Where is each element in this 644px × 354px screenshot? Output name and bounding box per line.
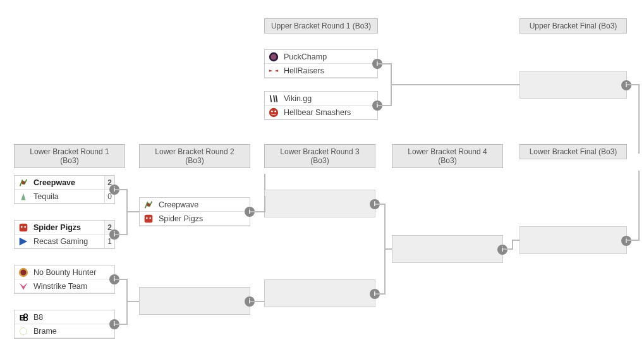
lb-r2-m1[interactable]: Creepwave Spider Pigzs i	[139, 197, 250, 226]
team-name: Creepwave	[32, 178, 104, 187]
connector	[264, 196, 265, 212]
connector	[126, 211, 139, 212]
team-name: PuckChamp	[283, 52, 377, 61]
ub-match-2[interactable]: Vikin.gg Hellbear Smashers i	[264, 91, 378, 120]
team-name: HellRaisers	[283, 66, 377, 75]
lb-r4-m1[interactable]: i	[392, 235, 503, 263]
connector	[250, 211, 264, 212]
team-row[interactable]: B B8	[15, 310, 114, 324]
header-lb2: Lower Bracket Round 2 (Bo3)	[139, 144, 250, 168]
connector	[384, 248, 392, 250]
svg-point-7	[21, 226, 23, 228]
team-name: Creepwave	[157, 200, 250, 209]
svg-rect-6	[20, 223, 28, 231]
b8-icon: B	[17, 311, 30, 324]
team-row[interactable]: Spider Pigzs	[140, 212, 250, 226]
team-name: Tequila	[32, 192, 104, 201]
svg-rect-16	[145, 214, 153, 223]
team-name: Winstrike Team	[32, 282, 114, 291]
svg-point-17	[146, 217, 148, 219]
connector	[115, 234, 126, 235]
team-row[interactable]: Tequila 0	[15, 190, 114, 204]
connector	[250, 301, 264, 302]
nobounty-icon	[17, 266, 30, 279]
lb-r1-m4[interactable]: B B8 Brame i	[14, 310, 115, 339]
team-row[interactable]: Spider Pigzs 2	[15, 221, 114, 235]
info-icon[interactable]: i	[621, 80, 631, 90]
team-name: Spider Pigzs	[157, 214, 250, 223]
lb-r3-m2[interactable]: i	[264, 279, 375, 307]
svg-point-18	[149, 217, 151, 219]
team-name: Vikin.gg	[283, 94, 377, 103]
header-ubf: Upper Bracket Final (Bo3)	[519, 18, 627, 34]
team-row[interactable]: Vikin.gg	[265, 92, 377, 106]
connector	[512, 240, 519, 241]
team-name: B8	[32, 313, 114, 322]
team-row[interactable]: Recast Gaming 1	[15, 235, 114, 248]
header-lbf: Lower Bracket Final (Bo3)	[519, 144, 627, 159]
header-ub1: Upper Bracket Round 1 (Bo3)	[264, 18, 378, 34]
lb-final[interactable]: i	[519, 226, 627, 254]
team-name: Brame	[32, 327, 114, 336]
connector	[627, 240, 638, 241]
team-row[interactable]: Winstrike Team	[15, 279, 114, 293]
lb-r1-m2[interactable]: Spider Pigzs 2 Recast Gaming 1 i	[14, 220, 115, 249]
svg-point-10	[21, 269, 27, 275]
connector	[115, 324, 126, 325]
team-row[interactable]: HellRaisers	[265, 64, 377, 78]
creepwave-icon	[142, 198, 155, 211]
connector	[115, 279, 126, 280]
team-name: Spider Pigzs	[32, 223, 104, 232]
header-lb1: Lower Bracket Round 1 (Bo3)	[14, 144, 125, 168]
info-icon[interactable]: i	[621, 236, 631, 246]
team-row[interactable]: No Bounty Hunter	[15, 266, 114, 279]
connector	[375, 204, 384, 205]
brame-icon	[17, 325, 30, 338]
team-row[interactable]: PuckChamp	[265, 50, 377, 64]
tequila-icon	[17, 190, 30, 203]
team-name: Recast Gaming	[32, 237, 104, 246]
connector	[126, 301, 139, 302]
connector	[512, 240, 513, 250]
header-lb4: Lower Bracket Round 4 (Bo3)	[392, 144, 503, 168]
connector	[264, 174, 265, 190]
connector	[627, 84, 640, 85]
puckchamp-icon	[267, 51, 280, 63]
lb-r2-m2[interactable]: i	[139, 287, 250, 315]
team-row[interactable]: Hellbear Smashers	[265, 106, 377, 119]
info-icon[interactable]: i	[497, 245, 507, 255]
ub-match-1[interactable]: PuckChamp HellRaisers i	[264, 49, 378, 78]
team-row[interactable]: Creepwave 2	[15, 176, 114, 190]
lb-r1-m1[interactable]: Creepwave 2 Tequila 0 i	[14, 175, 115, 204]
recast-icon	[17, 235, 30, 248]
connector	[378, 63, 391, 64]
connector	[375, 293, 384, 295]
creepwave-icon	[17, 176, 30, 189]
vikingg-icon	[267, 92, 280, 105]
connector	[503, 248, 512, 250]
ub-final-match[interactable]: i	[519, 71, 627, 99]
svg-point-1	[271, 54, 277, 59]
spiderpigzs-icon	[142, 212, 155, 225]
hellraisers-icon	[267, 64, 280, 77]
svg-point-14	[20, 327, 27, 334]
spiderpigzs-icon	[17, 221, 30, 234]
connector	[638, 171, 640, 241]
header-lb3: Lower Bracket Round 3 (Bo3)	[264, 144, 375, 168]
team-name: No Bounty Hunter	[32, 268, 114, 277]
connector	[378, 105, 391, 106]
svg-point-2	[269, 107, 278, 116]
connector	[391, 84, 519, 85]
lb-r1-m3[interactable]: No Bounty Hunter Winstrike Team i	[14, 265, 115, 294]
connector	[115, 189, 126, 190]
svg-point-8	[24, 226, 26, 228]
svg-point-3	[271, 110, 273, 112]
svg-point-15	[147, 203, 150, 206]
svg-point-4	[274, 110, 276, 112]
team-row[interactable]: Creepwave	[140, 198, 250, 212]
team-row[interactable]: Brame	[15, 324, 114, 338]
team-name: Hellbear Smashers	[283, 108, 377, 117]
svg-point-5	[21, 181, 25, 184]
lb-r3-m1[interactable]: i	[264, 190, 375, 217]
winstrike-icon	[17, 280, 30, 293]
